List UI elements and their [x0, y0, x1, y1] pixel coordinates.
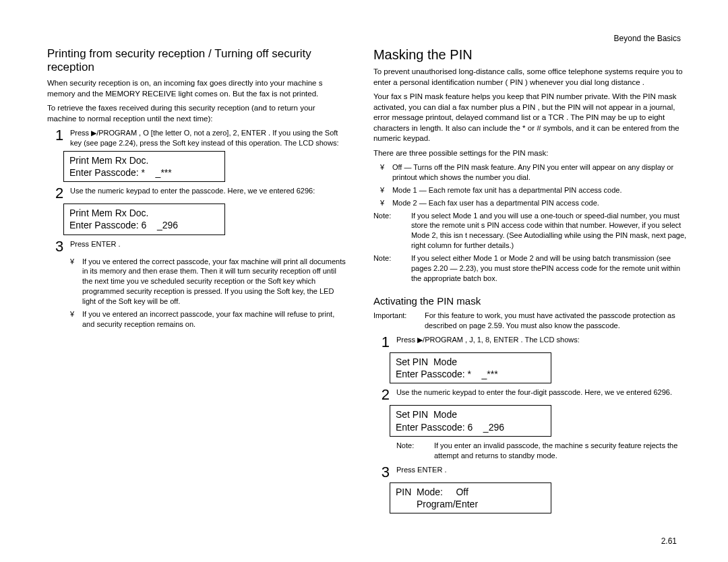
important-note: Important: For this feature to work, you…: [373, 311, 688, 331]
right-subtitle: Activating the PIN mask: [373, 295, 688, 307]
bullet-icon: ¥: [380, 162, 388, 183]
left-step-2: 2 Use the numeric keypad to enter the pa…: [54, 186, 346, 201]
lcd-display-r1: Set PIN Mode Enter Passcode: * _***: [390, 352, 551, 383]
note-label: Note:: [373, 211, 404, 251]
lcd-line: Enter Passcode: * _***: [69, 166, 219, 179]
left-step-1: 1 Press ▶/PROGRAM , O [the letter O, not…: [54, 128, 346, 148]
note-label: Note:: [396, 441, 427, 461]
important-label: Important:: [373, 311, 418, 331]
list-item: ¥ If you ve entered an incorrect passcod…: [70, 309, 346, 330]
list-item: ¥ Mode 2 — Each fax user has a departmen…: [380, 198, 688, 208]
header-section: Beyond the Basics: [614, 34, 681, 43]
step-number: 1: [380, 335, 391, 350]
two-column-layout: Printing from security reception / Turni…: [47, 47, 688, 518]
lcd-display-1: Print Mem Rx Doc. Enter Passcode: * _***: [63, 151, 225, 182]
note-text: If you select Mode 1 and you will use a …: [411, 211, 688, 251]
note-2: Note: If you select either Mode 1 or Mod…: [373, 253, 688, 284]
left-title: Printing from security reception / Turni…: [47, 47, 346, 74]
step-number: 2: [380, 387, 391, 402]
note-text: If you enter an invalid passcode, the ma…: [434, 441, 688, 461]
lcd-line: Print Mem Rx Doc.: [69, 154, 219, 166]
lcd-display-r2: Set PIN Mode Enter Passcode: 6 _296: [390, 405, 551, 436]
bullet-text: Mode 2 — Each fax user has a departmenta…: [392, 198, 599, 208]
bullet-icon: ¥: [380, 185, 388, 195]
pin-options: ¥ Off — Turns off the PIN mask feature. …: [380, 162, 688, 208]
step-text: Use the numeric keypad to enter the pass…: [70, 186, 346, 196]
bullet-text: Off — Turns off the PIN mask feature. An…: [392, 162, 688, 183]
left-step-3: 3 Press ENTER .: [54, 239, 346, 254]
list-item: ¥ If you ve entered the correct passcode…: [70, 257, 346, 307]
left-column: Printing from security reception / Turni…: [47, 47, 346, 518]
lcd-line: Enter Passcode: 6 _296: [69, 219, 219, 231]
lcd-line: Program/Enter: [396, 498, 545, 510]
step-number: 2: [54, 186, 65, 201]
step-number: 3: [54, 239, 65, 254]
note-label: Note:: [373, 253, 404, 284]
bullet-icon: ¥: [70, 257, 78, 307]
lcd-line: PIN Mode: Off: [396, 486, 545, 498]
step-text: Press ENTER .: [396, 465, 688, 475]
note-3: Note: If you enter an invalid passcode, …: [396, 441, 688, 461]
left-bullets: ¥ If you ve entered the correct passcode…: [70, 257, 346, 330]
left-intro-2: To retrieve the faxes received during th…: [47, 103, 346, 124]
left-intro-1: When security reception is on, an incomi…: [47, 78, 346, 99]
step-number: 3: [380, 465, 391, 480]
list-item: ¥ Off — Turns off the PIN mask feature. …: [380, 162, 688, 183]
right-step-2: 2 Use the numeric keypad to enter the fo…: [380, 387, 688, 402]
lcd-line: Enter Passcode: 6 _296: [396, 421, 545, 433]
step-text: Press ENTER .: [70, 239, 346, 249]
step-text: Press ▶/PROGRAM , J, 1, 8, ENTER . The L…: [396, 335, 688, 345]
lcd-display-r3: PIN Mode: Off Program/Enter: [390, 482, 551, 513]
page: Beyond the Basics Printing from security…: [0, 0, 728, 562]
step-text: Press ▶/PROGRAM , O [the letter O, not a…: [70, 128, 346, 148]
right-p1: To prevent unauthorised long-distance ca…: [373, 67, 688, 88]
page-number: 2.61: [661, 536, 677, 546]
step-number: 1: [54, 128, 65, 143]
important-text: For this feature to work, you must have …: [425, 311, 688, 331]
bullet-text: If you ve entered the correct passcode, …: [82, 257, 346, 307]
list-item: ¥ Mode 1 — Each remote fax unit has a de…: [380, 185, 688, 195]
bullet-icon: ¥: [380, 198, 388, 208]
bullet-icon: ¥: [70, 309, 78, 330]
lcd-line: Enter Passcode: * _***: [396, 368, 545, 380]
right-step-1: 1 Press ▶/PROGRAM , J, 1, 8, ENTER . The…: [380, 335, 688, 350]
note-1: Note: If you select Mode 1 and you will …: [373, 211, 688, 251]
right-title: Masking the PIN: [373, 47, 688, 63]
bullet-text: If you ve entered an incorrect passcode,…: [82, 309, 346, 330]
lcd-line: Set PIN Mode: [396, 356, 545, 368]
bullet-text: Mode 1 — Each remote fax unit has a depa…: [392, 185, 622, 195]
lcd-line: Print Mem Rx Doc.: [69, 207, 219, 219]
step-text: Use the numeric keypad to enter the four…: [396, 387, 688, 398]
right-p3: There are three possible settings for th…: [373, 148, 688, 159]
right-column: Masking the PIN To prevent unauthorised …: [373, 47, 688, 518]
lcd-display-2: Print Mem Rx Doc. Enter Passcode: 6 _296: [63, 204, 225, 235]
right-p2: Your fax s PIN mask feature helps you ke…: [373, 92, 688, 144]
note-text: If you select either Mode 1 or Mode 2 an…: [411, 253, 688, 284]
right-step-3: 3 Press ENTER .: [380, 465, 688, 480]
lcd-line: Set PIN Mode: [396, 408, 545, 420]
